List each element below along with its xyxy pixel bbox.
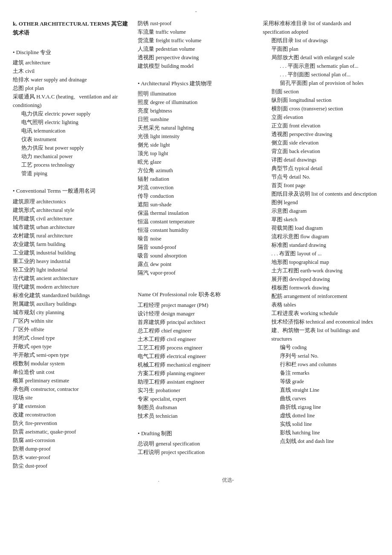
- entry: 工业建筑 industrial building: [13, 249, 129, 257]
- entry: 建筑形式 architectural style: [13, 206, 129, 214]
- bullet-arch-physics: • Architectural Physics 建筑物理: [138, 79, 254, 88]
- entry-indented: 横剖面 cross (transverse) section: [263, 104, 379, 113]
- entry-indented: 工艺 process technology: [13, 161, 129, 169]
- entry: 古代建筑 ancient architecture: [13, 274, 129, 283]
- entry: 现场 site: [13, 393, 129, 402]
- entry-indented: 工程进度表 working schedule: [263, 309, 379, 318]
- entry: 眩光 glaze: [138, 158, 254, 166]
- columns-wrapper: k. OTHER ARCHITECTURAL TERMS 其它建筑术语 • Di…: [13, 19, 379, 470]
- entry: 对流 convection: [138, 183, 254, 192]
- entry-indented: 表格 tables: [263, 301, 379, 309]
- entry-double-indented: . . . 平剖面图 sectional plan of...: [263, 70, 379, 79]
- entry-indented: 动力 mechanical power: [13, 152, 129, 161]
- bullet-professional-role: Name Of Professional role 职务名称: [138, 290, 254, 299]
- entry: 车流量 traffic volume: [138, 28, 254, 36]
- entry: 照度 degree of illumination: [138, 98, 254, 107]
- entry-indented: 正立面 front elevation: [263, 121, 379, 130]
- entry: 农村建筑 rural architecture: [13, 231, 129, 240]
- entry: 隔音 sound-proof: [138, 243, 254, 251]
- entry-indented: 草图 sketch: [263, 215, 379, 224]
- entry-indented: 节点号 detail No.: [263, 173, 379, 181]
- entry: 透视图 perspective drawing: [138, 53, 254, 62]
- entry-indented: 典型节点 typical detail: [263, 164, 379, 173]
- entry: 轻工业的 light industrial: [13, 266, 129, 274]
- entry: 制图员 draftsman: [138, 403, 254, 412]
- entry: 防火 fire-prevention: [13, 419, 129, 428]
- entry-indented: 土方工程图 earth-work drawing: [263, 266, 379, 275]
- entry: 顶光 top light: [138, 149, 254, 158]
- bottom-label: 优选-: [222, 477, 234, 483]
- entry-double-indented: 留孔平面图 plan of provision of holes: [263, 79, 379, 87]
- entry: 城市建筑 urban architecture: [13, 223, 129, 231]
- entry: 方位角 azimuth: [138, 166, 254, 175]
- entry: 亮度 brightness: [138, 107, 254, 115]
- entry: 城市规划 city planning: [13, 308, 129, 317]
- entry-indented: 背立面 back elevation: [263, 147, 379, 156]
- entry: 恒湿 constant humidity: [138, 226, 254, 234]
- entry: 总图 plot plan: [13, 84, 129, 92]
- entry: 厂区内 within site: [13, 317, 129, 325]
- entry-indented: 建、构筑物一览表 list of buildings and structure…: [263, 326, 379, 343]
- top-dash: -: [195, 9, 197, 14]
- entry: 天然采光 natural lighting: [138, 124, 254, 132]
- entry-indented: 纵剖面 longitudinal section: [263, 96, 379, 104]
- entry: 照明 illumination: [138, 90, 254, 98]
- entry: 设计经理 design manager: [138, 309, 254, 318]
- entry-indented: 仪表 instrument: [13, 135, 129, 144]
- section-title-k: k. OTHER ARCHITECTURAL TERMS 其它建筑术语: [13, 19, 129, 38]
- entry: 模数制 modular system: [13, 359, 129, 368]
- entry: 吸音 sound absorption: [138, 251, 254, 260]
- entry-double-indented: 实线 solid line: [263, 420, 379, 428]
- entry: 防潮 dump-proof: [13, 445, 129, 453]
- entry-indented: 技术经济指标 technical and economical index: [263, 318, 379, 326]
- entry-indented: 侧立面 side elevation: [263, 139, 379, 147]
- entry-indented: 立面 elevation: [263, 113, 379, 121]
- entry: 人流量 pedestrian volume: [138, 45, 254, 53]
- entry-indented: 详图 detail drawings: [263, 156, 379, 164]
- entry: 露点 dew point: [138, 260, 254, 269]
- entry: 保温 thermal insulation: [138, 209, 254, 217]
- entry-double-indented: 曲折线 zigzag line: [263, 403, 379, 411]
- entry-double-indented: 备注 remarks: [263, 369, 379, 377]
- page-container: - k. OTHER ARCHITECTURAL TERMS 其它建筑术语 • …: [13, 9, 379, 484]
- entry: 建筑模型 building model: [138, 62, 254, 70]
- entry-double-indented: 影线 hatching line: [263, 428, 379, 437]
- entry: 专家 specialist, expert: [138, 395, 254, 403]
- entry: 恒温 constant temperature: [138, 217, 254, 226]
- bottom-dot: .: [158, 477, 159, 483]
- entry-indented: 电讯 telemunication: [13, 127, 129, 135]
- entry-indented: . . . 布置图 layout of ...: [263, 249, 379, 258]
- entry: 建筑原理 architectonics: [13, 197, 129, 206]
- entry: 防锈 rust-proof: [138, 19, 254, 28]
- entry: 总说明 general specification: [138, 439, 254, 448]
- entry-double-indented: 点划线 dot and dash line: [263, 437, 379, 445]
- entry-double-indented: 等级 grade: [263, 377, 379, 386]
- entry: 农业建筑 farm building: [13, 240, 129, 249]
- bullet-drafting: • Drafting 制图: [138, 429, 254, 438]
- entry: 民用建筑 civil architecture: [13, 214, 129, 223]
- entry: 厂区外 offsite: [13, 325, 129, 334]
- entry-indented: 荷载简图 load diagram: [263, 224, 379, 232]
- entry-indented: 图例 legend: [263, 198, 379, 207]
- entry: 改建 reconstruction: [13, 410, 129, 419]
- entry: 日照 sunshine: [138, 115, 254, 124]
- entry-indented: 局部放大图 detail with enlarged scale: [263, 53, 379, 62]
- entry: 噪音 noise: [138, 234, 254, 243]
- entry: 建筑 architecture: [13, 58, 129, 67]
- top-bar: -: [13, 9, 379, 15]
- entry: 助理工程师 assistant engineer: [138, 378, 254, 386]
- entry: 土木 civil: [13, 67, 129, 75]
- entries-conventional: 建筑原理 architectonics 建筑形式 architectural s…: [13, 197, 129, 470]
- entry-indented: 首页 front page: [263, 181, 379, 190]
- entry: 半开敞式 semi-open type: [13, 351, 129, 359]
- bottom-bar: . 优选-: [13, 477, 379, 484]
- entry: 重工业的 heavy industrial: [13, 257, 129, 266]
- entry-indented: 展开图 developed drawing: [263, 275, 379, 283]
- entry: 侧光 side light: [138, 141, 254, 149]
- entry: 标准化建筑 standardized buildings: [13, 291, 129, 300]
- entry-indented: 标准图 standard drawing: [263, 241, 379, 249]
- entry: 现代建筑 modern architecture: [13, 283, 129, 291]
- entry: 采暖通风 H.V.A.C (heating、ventilation and ai…: [13, 92, 129, 110]
- entry: 机械工程师 mechanical engineer: [138, 361, 254, 369]
- entry: 附属建筑 auxiliary buildings: [13, 300, 129, 308]
